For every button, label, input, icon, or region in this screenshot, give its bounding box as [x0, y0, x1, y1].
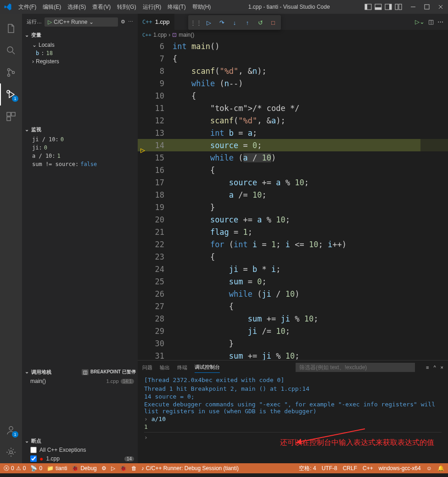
menu-help[interactable]: 帮助(H): [190, 1, 214, 13]
toggle-panel-left-icon[interactable]: [364, 3, 372, 11]
callstack-frame[interactable]: main() 1.cpp14:1: [22, 377, 138, 385]
status-target[interactable]: windows-gcc-x64: [379, 465, 421, 472]
code-line[interactable]: 22 for (int i = 1; i <= 10; i++): [138, 238, 448, 250]
restart-icon[interactable]: ↺: [254, 17, 266, 28]
watch-row[interactable]: ji / 10: 0: [30, 135, 138, 144]
code-line[interactable]: 25 sum = 0;: [138, 275, 448, 288]
code-editor[interactable]: 6int main()7{8 scanf("%d", &n);9 while (…: [138, 40, 448, 360]
status-trash-icon[interactable]: 🗑: [131, 465, 137, 471]
code-line[interactable]: 19 }: [138, 201, 448, 213]
activity-scm[interactable]: [0, 61, 22, 83]
variable-row[interactable]: b: 18: [30, 49, 138, 57]
code-line[interactable]: 10 {: [138, 89, 448, 102]
menu-selection[interactable]: 选择(S): [65, 1, 89, 13]
panel-maximize-icon[interactable]: ^: [433, 365, 436, 370]
status-run-icon[interactable]: ▷: [111, 465, 115, 471]
breadcrumb[interactable]: C++ 1.cpp › ⊡ main(): [138, 30, 448, 40]
breakpoint-checkbox[interactable]: [30, 455, 37, 462]
menu-view[interactable]: 查看(V): [90, 1, 113, 13]
code-line[interactable]: 26 while (ji / 10): [138, 288, 448, 300]
code-line[interactable]: 13 int b = a;: [138, 127, 448, 139]
activity-debug[interactable]: 1: [0, 83, 22, 105]
panel-settings-icon[interactable]: ≡: [426, 365, 429, 370]
status-errors[interactable]: ⓧ 0 ⚠ 0: [4, 465, 26, 472]
locals-header[interactable]: ⌄Locals: [30, 41, 138, 49]
breakpoint-checkbox[interactable]: [30, 447, 37, 453]
code-line[interactable]: 14 source = 0;: [138, 139, 448, 151]
code-line[interactable]: 27 {: [138, 300, 448, 312]
panel-tab-problems[interactable]: 问题: [142, 362, 152, 373]
status-eol[interactable]: CRLF: [343, 465, 357, 472]
status-workspace[interactable]: 📁 tianti: [47, 465, 67, 471]
menu-run[interactable]: 运行(R): [140, 1, 164, 13]
console-input[interactable]: ›: [144, 432, 442, 441]
close-icon[interactable]: [437, 3, 444, 11]
status-session[interactable]: ♪ C/C++ Runner: Debug Session (tianti): [141, 465, 239, 471]
run-file-icon[interactable]: ▷⌄: [415, 18, 425, 25]
code-line[interactable]: 24 ji = b * i;: [138, 263, 448, 275]
step-over-icon[interactable]: ↷: [216, 17, 228, 28]
code-line[interactable]: 7{: [138, 52, 448, 65]
breakpoint-row[interactable]: All C++ Exceptions: [22, 446, 138, 454]
registers-header[interactable]: ›Registers: [30, 57, 138, 66]
more-icon[interactable]: ⋯: [128, 19, 133, 25]
stop-icon[interactable]: □: [267, 17, 279, 28]
watch-row[interactable]: a / 10: 1: [30, 152, 138, 160]
panel-tab-output[interactable]: 输出: [160, 362, 170, 373]
more-actions-icon[interactable]: ⋯: [437, 18, 443, 25]
layout-icon[interactable]: [395, 3, 402, 11]
code-line[interactable]: 6int main(): [138, 40, 448, 52]
step-out-icon[interactable]: ↑: [241, 17, 253, 28]
step-into-icon[interactable]: ↓: [229, 17, 241, 28]
watch-row[interactable]: sum != source: false: [30, 160, 138, 168]
panel-close-icon[interactable]: ×: [441, 365, 443, 370]
continue-icon[interactable]: ▷: [203, 17, 215, 28]
code-line[interactable]: 23 {: [138, 250, 448, 263]
status-port[interactable]: 📡 0: [30, 465, 42, 471]
code-line[interactable]: 8 scanf("%d", &n);: [138, 65, 448, 77]
status-build-icon[interactable]: ⚙: [101, 465, 106, 471]
status-debug-target[interactable]: 🐞 Debug: [72, 465, 96, 471]
menu-edit[interactable]: 编辑(E): [40, 1, 64, 13]
editor-tab[interactable]: C++ 1.cpp: [138, 14, 175, 30]
section-breakpoints[interactable]: ⌄断点: [22, 436, 138, 446]
activity-extensions[interactable]: [0, 105, 22, 128]
panel-tab-debug-console[interactable]: 调试控制台: [195, 362, 220, 373]
gear-icon[interactable]: ⚙: [121, 19, 125, 25]
status-bell-icon[interactable]: 🔔: [437, 465, 444, 472]
activity-search[interactable]: [0, 39, 22, 61]
split-editor-icon[interactable]: ◫: [428, 18, 434, 25]
section-variables[interactable]: ⌄变量: [22, 30, 138, 40]
minimap[interactable]: [420, 40, 448, 360]
code-line[interactable]: 21 flag = 1;: [138, 226, 448, 238]
minimize-icon[interactable]: [409, 3, 417, 11]
code-line[interactable]: 15 while (a / 10): [138, 151, 448, 164]
code-line[interactable]: 20 source += a % 10;: [138, 213, 448, 226]
panel-tab-terminal[interactable]: 终端: [177, 362, 187, 373]
debug-config-dropdown[interactable]: ▷ C/C++ Runne ⌄: [45, 17, 118, 27]
code-line[interactable]: 11 "tok-cm">/* code */: [138, 102, 448, 114]
breakpoint-row[interactable]: ●1.cpp14: [22, 454, 138, 463]
code-line[interactable]: 28 sum += ji % 10;: [138, 312, 448, 325]
menu-file[interactable]: 文件(F): [16, 1, 39, 13]
status-lang[interactable]: C++: [363, 465, 373, 472]
debug-console-output[interactable]: [Thread 2372.0x4bec exited with code 0]T…: [138, 374, 448, 463]
code-line[interactable]: 16 {: [138, 164, 448, 176]
activity-explorer[interactable]: [0, 17, 22, 39]
toggle-panel-bottom-icon[interactable]: [375, 3, 382, 11]
menu-terminal[interactable]: 终端(T): [165, 1, 188, 13]
status-encoding[interactable]: UTF-8: [322, 465, 337, 472]
status-feedback-icon[interactable]: ☺: [426, 465, 432, 472]
activity-settings[interactable]: [0, 441, 22, 463]
panel-filter-input[interactable]: [296, 363, 415, 372]
code-line[interactable]: 18 a /= 10;: [138, 189, 448, 201]
code-line[interactable]: 30 }: [138, 337, 448, 349]
toggle-panel-right-icon[interactable]: [385, 3, 392, 11]
menu-go[interactable]: 转到(G): [114, 1, 139, 13]
code-line[interactable]: 31 sum += ji % 10;: [138, 349, 448, 360]
watch-row[interactable]: ji: 0: [30, 144, 138, 152]
section-watch[interactable]: ⌄监视: [22, 124, 138, 134]
section-callstack[interactable]: ⌄调用堆栈 ◫BREAKPOINT 已暂停: [22, 367, 138, 377]
code-line[interactable]: 29 ji /= 10;: [138, 325, 448, 337]
code-line[interactable]: 12 scanf("%d", &a);: [138, 114, 448, 127]
